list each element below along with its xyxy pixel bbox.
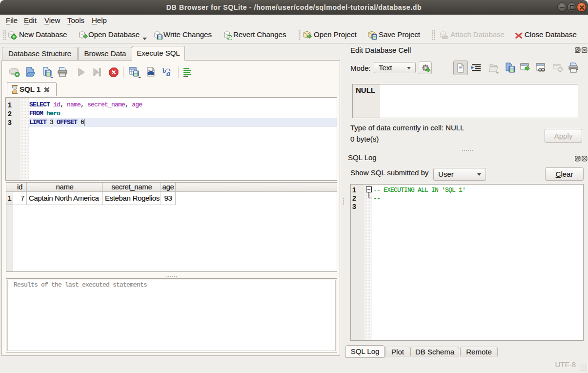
- svg-text:a: a: [166, 69, 170, 78]
- svg-text:b: b: [162, 67, 166, 74]
